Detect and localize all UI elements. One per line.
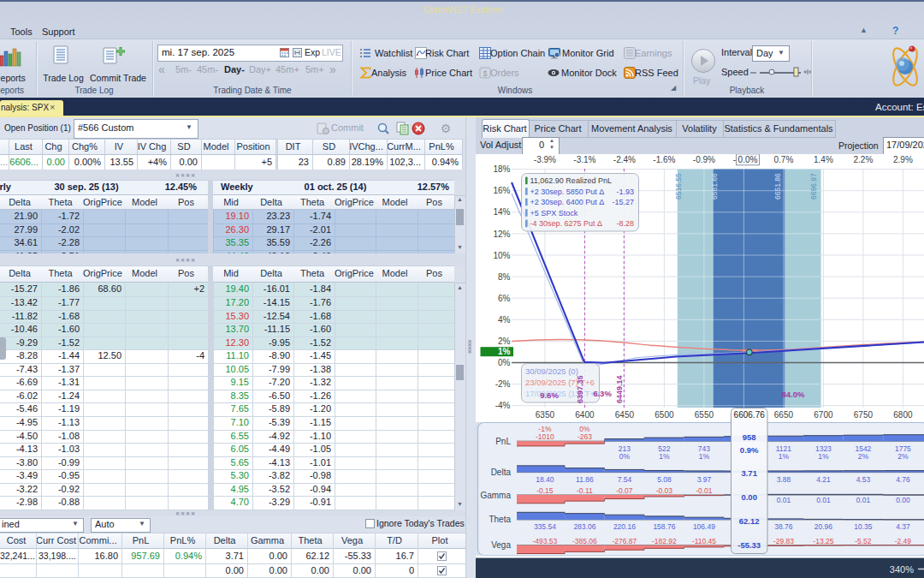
svg-text:Delta: Delta <box>491 468 512 477</box>
svg-text:340%: 340% <box>890 564 914 575</box>
svg-text:3.97: 3.97 <box>697 475 712 484</box>
svg-text:6700: 6700 <box>814 410 833 420</box>
svg-text:Vega: Vega <box>491 540 511 550</box>
svg-text:0%: 0% <box>619 452 631 461</box>
svg-text:1%: 1% <box>779 452 790 461</box>
svg-text:6606.76: 6606.76 <box>734 410 766 420</box>
svg-text:-385.06: -385.06 <box>572 537 597 545</box>
svg-text:1.4%: 1.4% <box>814 155 833 164</box>
svg-text:-: - <box>733 155 736 164</box>
svg-text:6500: 6500 <box>654 410 674 420</box>
svg-text:2.2%: 2.2% <box>854 155 874 164</box>
svg-text:-182.92: -182.92 <box>652 537 677 545</box>
svg-text:7.54: 7.54 <box>618 475 632 484</box>
svg-text:10.35: 10.35 <box>854 522 873 531</box>
svg-text:2%: 2% <box>498 337 511 346</box>
svg-text:3.71: 3.71 <box>741 468 757 478</box>
svg-text:9.6%: 9.6% <box>540 390 559 400</box>
svg-text:17/09/2025 (13) T+0: 17/09/2025 (13) T+0 <box>525 389 599 398</box>
svg-text:-110.45: -110.45 <box>692 537 716 545</box>
svg-text:4.37: 4.37 <box>896 522 910 531</box>
svg-text:6651.86: 6651.86 <box>773 173 782 200</box>
svg-text:20.96: 20.96 <box>814 522 833 531</box>
svg-text:6561.66: 6561.66 <box>710 173 719 200</box>
svg-text:18.40: 18.40 <box>536 475 554 484</box>
svg-text:-4%: -4% <box>495 401 511 410</box>
svg-text:-2%: -2% <box>495 379 511 389</box>
svg-text:-1.93: -1.93 <box>616 188 634 196</box>
svg-text:PnL: PnL <box>495 437 511 446</box>
svg-text:0.00: 0.00 <box>741 492 757 502</box>
svg-text:-3.9%: -3.9% <box>534 155 556 164</box>
svg-text:16%: 16% <box>493 186 510 195</box>
svg-text:6%: 6% <box>498 294 511 303</box>
svg-text:6650: 6650 <box>774 410 794 420</box>
svg-text:958: 958 <box>743 432 756 442</box>
svg-text:-55.33: -55.33 <box>737 540 761 550</box>
svg-text:23/09/2025 (7) T+6: 23/09/2025 (7) T+6 <box>525 378 595 387</box>
svg-text:38.76: 38.76 <box>774 522 793 531</box>
svg-text:5.08: 5.08 <box>657 475 672 484</box>
svg-text:18%: 18% <box>493 164 510 174</box>
svg-text:106.49: 106.49 <box>693 522 715 531</box>
svg-text:2.9%: 2.9% <box>893 155 913 164</box>
svg-text:1%: 1% <box>498 347 511 356</box>
svg-text:-0.01: -0.01 <box>696 486 713 495</box>
svg-text:84.0%: 84.0% <box>782 390 805 399</box>
svg-text:4.76: 4.76 <box>896 475 910 484</box>
svg-text:11.86: 11.86 <box>576 475 594 484</box>
svg-text:⚙: ⚙ <box>441 122 452 135</box>
svg-text:+2 30sep. 5850 Put Δ: +2 30sep. 5850 Put Δ <box>530 188 605 196</box>
svg-text:0.00: 0.00 <box>896 496 910 504</box>
svg-text:+5 SPX Stock: +5 SPX Stock <box>530 209 578 217</box>
svg-text:4%: 4% <box>498 315 511 325</box>
svg-text:8%: 8% <box>498 272 511 282</box>
svg-text:6750: 6750 <box>854 410 874 420</box>
svg-text:$: $ <box>483 69 487 78</box>
svg-text:-4 30sep. 6275 Put Δ: -4 30sep. 6275 Put Δ <box>530 219 603 228</box>
svg-text:-493.53: -493.53 <box>532 537 557 545</box>
svg-text:6350: 6350 <box>536 410 555 420</box>
svg-text:-276.87: -276.87 <box>612 537 637 545</box>
svg-text:283.06: 283.06 <box>573 522 595 531</box>
svg-text:-0.03: -0.03 <box>656 486 673 495</box>
svg-text:2%: 2% <box>858 452 869 461</box>
svg-text:6449.14: 6449.14 <box>615 375 624 403</box>
svg-text:Gamma: Gamma <box>480 491 511 500</box>
svg-text:220.16: 220.16 <box>613 522 636 531</box>
svg-text:-2.4%: -2.4% <box>613 155 636 164</box>
svg-text:1%: 1% <box>699 452 710 461</box>
svg-text:1%: 1% <box>818 452 829 461</box>
svg-text:158.76: 158.76 <box>653 522 675 531</box>
svg-text:62.12: 62.12 <box>739 516 760 526</box>
svg-text:30/09/2025 (0): 30/09/2025 (0) <box>525 366 578 376</box>
svg-text:12%: 12% <box>493 229 510 239</box>
svg-text:Theta: Theta <box>489 515 511 524</box>
svg-text:6400: 6400 <box>575 410 595 420</box>
svg-text:-0.07: -0.07 <box>616 486 633 495</box>
svg-text:0%: 0% <box>498 358 511 367</box>
svg-text:3.88: 3.88 <box>777 475 791 484</box>
svg-text:-29.83: -29.83 <box>773 537 794 545</box>
svg-text:-0.9%: -0.9% <box>693 155 715 164</box>
svg-text:0.01: 0.01 <box>777 496 791 504</box>
svg-text:1%: 1% <box>659 452 670 461</box>
svg-text:10%: 10% <box>493 251 510 260</box>
svg-text:-1.6%: -1.6% <box>653 155 675 164</box>
svg-text:4.21: 4.21 <box>816 475 831 484</box>
svg-text:+2 30sep. 6400 Put Δ: +2 30sep. 6400 Put Δ <box>530 198 605 206</box>
svg-text:0.7%: 0.7% <box>774 155 794 164</box>
svg-text:-5.52: -5.52 <box>855 537 872 545</box>
svg-text:6450: 6450 <box>615 410 635 420</box>
svg-text:335.54: 335.54 <box>534 522 556 531</box>
svg-text:-8.28: -8.28 <box>616 219 634 228</box>
svg-text:-1010: -1010 <box>536 432 554 441</box>
svg-text:6397.35: 6397.35 <box>576 375 584 403</box>
svg-text:6.3%: 6.3% <box>593 389 612 398</box>
svg-text:11,062.90 Realized PnL: 11,062.90 Realized PnL <box>530 176 612 185</box>
svg-text:-15.27: -15.27 <box>612 198 634 206</box>
svg-text:-13.25: -13.25 <box>813 537 833 545</box>
svg-text:-0.15: -0.15 <box>536 486 554 495</box>
svg-text:0.9%: 0.9% <box>740 445 759 455</box>
svg-text:0.01: 0.01 <box>856 496 871 504</box>
